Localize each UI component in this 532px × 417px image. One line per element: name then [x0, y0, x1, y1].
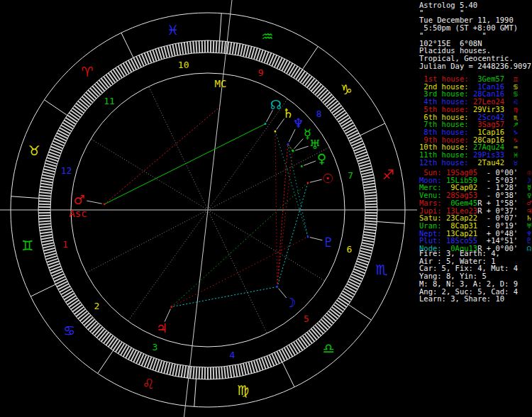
- house-row: 12th house: 2Tau42 ♉: [419, 159, 518, 167]
- totals-line: Learn: 3, Share: 10: [419, 295, 504, 303]
- astrolog-window: 123456789101112♈♉♊♋♌♍♎♏♐♑♒♓☉☽☿♀♂♃♄♅♆♇☊MC…: [0, 0, 532, 417]
- info-sidebar: Astrolog 5.40" "Tue December 11, 1990 5:…: [0, 0, 532, 417]
- chart-info-line: Julian Day = 2448236.9097: [419, 62, 531, 70]
